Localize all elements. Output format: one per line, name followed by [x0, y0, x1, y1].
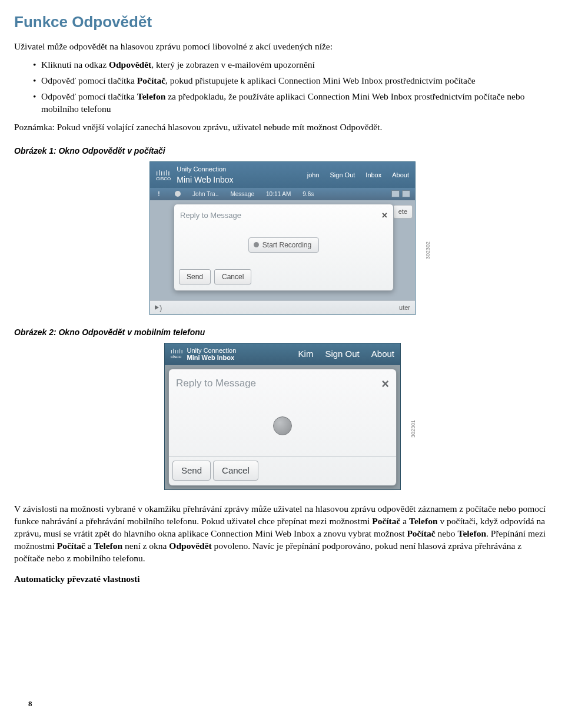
app-brand: Unity Connection Mini Web Inbox	[187, 347, 237, 362]
p2-b4: Telefon	[458, 528, 487, 538]
inbox-link[interactable]: Inbox	[365, 171, 381, 180]
p2-mid1: a	[400, 516, 409, 526]
page-number: 8	[28, 699, 32, 709]
start-recording-button[interactable]: Start Recording	[248, 237, 319, 253]
p2-e: není z okna	[122, 541, 169, 551]
p2-b3: Počítač	[407, 528, 435, 538]
flag-icon	[402, 190, 410, 197]
figure-caption-1: Obrázek 1: Okno Odpovědět v počítači	[14, 145, 551, 157]
bullet-bold: Počítač	[137, 75, 165, 85]
brand-line1: Unity Connection	[187, 347, 237, 355]
message-time: 10:11 AM	[266, 190, 291, 198]
bullet-bold: Telefon	[137, 91, 166, 101]
brand-line1: Unity Connection	[177, 165, 233, 174]
dialog-title: Reply to Message	[176, 377, 256, 391]
figure-caption-2: Obrázek 2: Okno Odpovědět v mobilním tel…	[14, 327, 551, 338]
mobile-header: ılıılı cisco Unity Connection Mini Web I…	[165, 343, 400, 365]
unread-dot-icon	[175, 191, 181, 197]
speaker-icon[interactable]	[155, 303, 164, 312]
bullet-list: Kliknutí na odkaz Odpovědět, který je zo…	[33, 59, 551, 115]
cisco-logo-icon: ılıılı cisco	[171, 349, 184, 359]
p2-b7: Odpovědět	[169, 541, 211, 551]
page-title: Funkce Odpovědět	[14, 12, 551, 32]
bullet-bold: Odpovědět	[109, 59, 151, 70]
cancel-button[interactable]: Cancel	[213, 461, 258, 481]
body-paragraph: V závislosti na možnosti vybrané v okamž…	[14, 503, 551, 565]
p2-b1: Počítač	[372, 516, 400, 526]
dialog-title: Reply to Message	[180, 210, 241, 221]
brand-line2: Mini Web Inbox	[187, 354, 237, 362]
figure-id-label: 302301	[410, 420, 417, 438]
send-button[interactable]: Send	[172, 461, 211, 481]
figure-1-desktop-window: ılıılı CISCO Unity Connection Mini Web I…	[149, 161, 416, 315]
player-right-fragment: uter	[399, 303, 410, 312]
signout-link[interactable]: Sign Out	[325, 348, 359, 360]
message-subject: Message	[230, 190, 254, 198]
bullet-post: , pokud přistupujete k aplikaci Connecti…	[165, 75, 476, 85]
bullet-pre: Kliknutí na odkaz	[41, 59, 109, 70]
cisco-logo-icon: ılıılı CISCO	[156, 170, 171, 181]
send-button[interactable]: Send	[179, 269, 211, 284]
record-button[interactable]	[273, 416, 292, 435]
reply-dialog: Reply to Message × Start Recording Send …	[174, 204, 394, 291]
record-dot-icon	[254, 242, 259, 247]
list-item: Odpověď pomocí tlačítka Počítač, pokud p…	[33, 75, 551, 87]
header-username: john	[307, 171, 320, 180]
attachment-icon	[391, 190, 400, 197]
message-from: John Tra..	[192, 190, 218, 198]
p2-b5: Počítač	[57, 541, 85, 551]
app-header: ılıılı CISCO Unity Connection Mini Web I…	[150, 162, 415, 188]
bullet-pre: Odpověď pomocí tlačítka	[41, 75, 137, 85]
header-username: Kim	[298, 348, 314, 360]
reply-dialog: Reply to Message × Send Cancel	[168, 369, 397, 486]
p2-b2: Telefon	[409, 516, 438, 526]
p2-mid2: nebo	[436, 528, 458, 538]
brand-line2: Mini Web Inbox	[177, 174, 233, 186]
background-button-fragment: ete	[393, 205, 413, 219]
priority-icon: !	[155, 190, 163, 198]
subheading: Automaticky převzaté vlastnosti	[14, 573, 551, 585]
bullet-pre: Odpověď pomocí tlačítka	[41, 91, 137, 101]
p2-b6: Telefon	[94, 541, 123, 551]
figure-2-mobile-window: ılıılı cisco Unity Connection Mini Web I…	[164, 343, 401, 490]
figure-id-label: 302302	[424, 241, 431, 259]
message-row[interactable]: ! John Tra.. Message 10:11 AM 9.6s	[150, 188, 415, 201]
about-link[interactable]: About	[392, 171, 409, 180]
note-paragraph: Poznámka: Pokud vnější volající zanechá …	[14, 121, 551, 134]
signout-link[interactable]: Sign Out	[330, 171, 355, 180]
list-item: Kliknutí na odkaz Odpovědět, který je zo…	[33, 59, 551, 71]
p2-mid3: a	[85, 541, 94, 551]
close-icon[interactable]: ×	[382, 209, 387, 222]
player-bar: uter	[150, 300, 415, 315]
list-item: Odpověď pomocí tlačítka Telefon za předp…	[33, 91, 551, 115]
intro-paragraph: Uživatel může odpovědět na hlasovou zprá…	[14, 41, 551, 53]
record-label: Start Recording	[262, 240, 311, 250]
close-icon[interactable]: ×	[381, 375, 389, 393]
bullet-post: , který je zobrazen v e-mailovém upozorn…	[151, 59, 315, 70]
app-brand: Unity Connection Mini Web Inbox	[177, 165, 233, 186]
about-link[interactable]: About	[371, 348, 394, 360]
message-duration: 9.6s	[303, 190, 314, 198]
cancel-button[interactable]: Cancel	[214, 269, 251, 284]
